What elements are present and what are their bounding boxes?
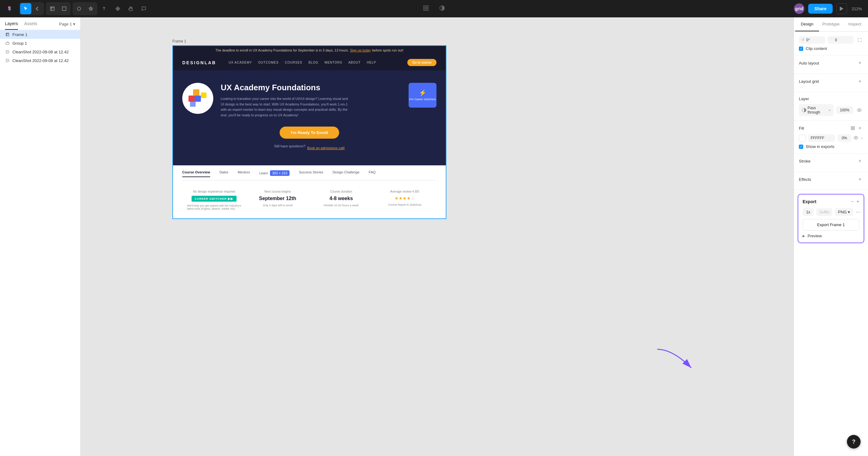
fill-grid-icon[interactable] — [850, 125, 855, 131]
svg-rect-13 — [427, 8, 428, 10]
svg-rect-6 — [117, 6, 119, 8]
svg-rect-7 — [116, 8, 118, 10]
stat-no-experience: No design experience required CAREER SWI… — [182, 187, 246, 213]
export-frame-button[interactable]: Export Frame 1 — [803, 219, 859, 230]
figma-logo[interactable] — [5, 4, 15, 13]
preview-row[interactable]: ▶ Preview — [803, 234, 859, 238]
svg-point-30 — [859, 110, 860, 111]
layer-header: Layer — [799, 96, 863, 101]
svg-rect-24 — [193, 89, 199, 95]
opacity-field[interactable]: 100% — [836, 106, 853, 114]
fill-add[interactable]: + — [857, 125, 863, 131]
rotation-value: 0° — [806, 38, 810, 42]
layer-frame1[interactable]: Frame 1 — [0, 30, 80, 39]
clip-content-checkbox[interactable]: ✓ — [799, 47, 803, 51]
website-bottom: Course Overview Dates Mentors Learn 383 … — [173, 165, 446, 218]
stroke-add[interactable]: + — [857, 158, 863, 164]
svg-text:T: T — [103, 6, 105, 11]
share-button[interactable]: Share — [808, 4, 833, 13]
layout-grid-add[interactable]: + — [857, 78, 863, 84]
export-suffix[interactable]: Suffix — [816, 208, 832, 216]
shape-tools — [72, 2, 97, 15]
component-tool[interactable] — [112, 3, 123, 14]
top-bar-text: The deadline to enroll in UX Academy Fou… — [215, 48, 349, 52]
hero-cta-button[interactable]: I'm Ready To Enroll — [280, 126, 339, 139]
export-scale[interactable]: 1x — [803, 208, 814, 216]
tab-layers[interactable]: Layers — [5, 21, 18, 30]
select-tool[interactable] — [20, 3, 31, 14]
contrast-icon[interactable] — [436, 4, 447, 14]
corner-field[interactable]: ⌒ 0 — [828, 36, 854, 44]
export-format-selector[interactable]: PNG ▾ — [835, 208, 853, 216]
tab-faq[interactable]: FAQ — [369, 170, 376, 177]
hero-question-text: Still have questions? — [274, 144, 305, 148]
nav-link-2[interactable]: OUTCOMES — [258, 61, 279, 64]
pen-tool[interactable] — [85, 3, 96, 14]
tab-dates[interactable]: Dates — [219, 170, 228, 177]
layer-cleanshot2[interactable]: CleanShot 2022-09-08 at 12.42 — [0, 56, 80, 65]
website-nav: DESIGNLAB UX ACADEMY OUTCOMES COURSES BL… — [173, 55, 446, 70]
zoom-level[interactable]: 212% — [850, 6, 863, 11]
move-tool[interactable] — [32, 3, 43, 14]
page-selector[interactable]: Page 1 ▾ — [59, 22, 75, 29]
svg-rect-25 — [188, 95, 195, 102]
grid-icon[interactable] — [421, 4, 432, 14]
layer-cleanshot1[interactable]: CleanShot 2022-09-08 at 12.42 — [0, 48, 80, 56]
comment-tool[interactable] — [138, 3, 149, 14]
nav-link-5[interactable]: MENTORS — [324, 61, 342, 64]
export-more-btn[interactable]: ⋯ — [856, 209, 861, 215]
toolbar-left: T — [5, 2, 149, 15]
export-plus-btn[interactable]: + — [857, 199, 859, 204]
nav-link-6[interactable]: ABOUT — [348, 61, 361, 64]
fill-opacity-value[interactable]: 0% — [838, 134, 851, 142]
top-bar-link[interactable]: Sign up today — [350, 48, 371, 52]
stat-duration: Course duration 4-8 weeks Flexible 10-20… — [309, 187, 373, 213]
tab-design-challenge[interactable]: Design Challenge — [333, 170, 360, 177]
group-icon — [5, 40, 10, 46]
layer-group1[interactable]: Group 1 — [0, 39, 80, 48]
rotation-field[interactable]: ↺ 0° — [799, 36, 825, 44]
fill-remove-btn[interactable]: − — [861, 136, 863, 141]
svg-rect-27 — [201, 92, 207, 98]
fill-color-swatch[interactable] — [799, 135, 806, 141]
hero-link[interactable]: Book an admissions call! — [307, 146, 345, 150]
resize-icon[interactable] — [856, 37, 863, 44]
tab-mentors[interactable]: Mentors — [238, 170, 250, 177]
export-minus-btn[interactable]: − — [851, 199, 854, 204]
tab-learn[interactable]: Learn 383 × 163 — [259, 170, 289, 177]
tab-success[interactable]: Success Stories — [299, 170, 323, 177]
fill-visibility-btn[interactable] — [854, 136, 858, 141]
tab-course-overview[interactable]: Course Overview — [182, 170, 210, 177]
show-exports-checkbox[interactable]: ✓ — [799, 145, 803, 149]
frame-tool[interactable] — [47, 3, 58, 14]
help-button[interactable]: ? — [847, 435, 861, 449]
tab-inspect[interactable]: Inspect — [843, 18, 867, 31]
fill-hex-value[interactable]: FFFFFF — [808, 134, 835, 142]
nav-link-4[interactable]: BLOG — [308, 61, 318, 64]
section-tool[interactable] — [59, 3, 70, 14]
frame-tools — [46, 2, 71, 15]
hand-tool[interactable] — [125, 3, 136, 14]
layer-visibility-btn[interactable] — [856, 106, 863, 114]
export-options-row: 1x Suffix PNG ▾ ⋯ — [803, 208, 859, 216]
text-tool[interactable]: T — [99, 3, 111, 14]
tab-prototype[interactable]: Prototype — [819, 18, 843, 31]
hero-desc: Looking to transition your career into t… — [221, 96, 351, 118]
tab-assets[interactable]: Assets — [24, 21, 37, 30]
transform-row: ↺ 0° ⌒ 0 — [799, 36, 863, 44]
tab-design[interactable]: Design — [795, 18, 819, 31]
blend-mode-selector[interactable]: Pass through ▾ — [799, 104, 834, 116]
stroke-header: Stroke + — [799, 158, 863, 164]
nav-link-7[interactable]: HELP — [367, 61, 376, 64]
auto-layout-add[interactable]: + — [857, 60, 863, 66]
frame-container[interactable]: The deadline to enroll in UX Academy Fou… — [173, 45, 446, 219]
play-button[interactable] — [836, 3, 847, 14]
canvas-area[interactable]: Frame 1 The deadline to enroll in UX Aca… — [81, 18, 794, 456]
stroke-section: Stroke + — [794, 153, 868, 172]
nav-cta-btn[interactable]: Go to course — [407, 59, 436, 66]
nav-link-3[interactable]: COURSES — [285, 61, 302, 64]
svg-rect-32 — [853, 126, 855, 128]
shape-tool[interactable] — [73, 3, 85, 14]
nav-link-1[interactable]: UX ACADEMY — [228, 61, 252, 64]
effects-add[interactable]: + — [857, 176, 863, 182]
